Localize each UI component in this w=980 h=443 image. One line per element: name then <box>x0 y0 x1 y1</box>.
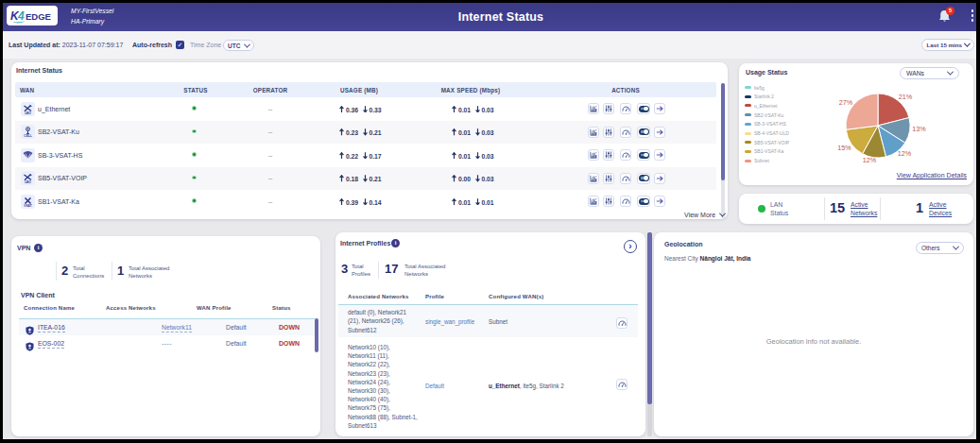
svg-text:CELL: CELL <box>24 134 31 138</box>
svg-text:LBO: LBO <box>25 180 31 184</box>
svg-text:13%: 13% <box>912 125 926 133</box>
svg-text:27%: 27% <box>839 98 853 107</box>
svg-text:VSAT: VSAT <box>24 204 31 208</box>
svg-text:15%: 15% <box>837 144 851 152</box>
svg-text:21%: 21% <box>899 93 913 101</box>
svg-text:LBO: LBO <box>25 111 31 115</box>
svg-text:12%: 12% <box>898 149 912 158</box>
svg-text:12%: 12% <box>863 156 877 164</box>
